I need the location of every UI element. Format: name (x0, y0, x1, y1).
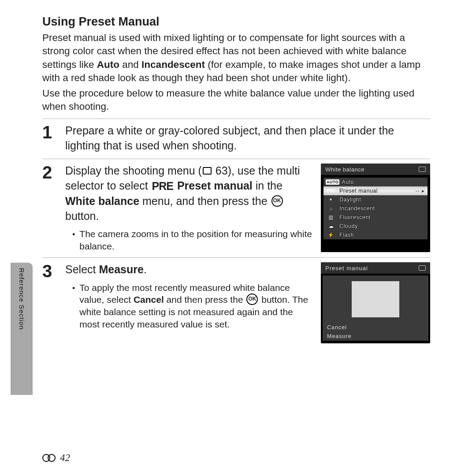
divider-1 (42, 119, 430, 119)
ok-icon: OK (271, 195, 283, 207)
screenshot-white-balance-menu: White balance AUTO Auto PRE Preset manua… (321, 164, 430, 252)
step-3-bullet: To apply the most recently measured whit… (72, 282, 313, 330)
shot2-title: Preset manual (325, 265, 368, 271)
step-3-bullet-b: and then press the (164, 294, 246, 305)
reference-section-label: Reference Section (18, 268, 26, 330)
shot2-titlebar: Preset manual (321, 262, 430, 274)
camera-mode-icon (419, 265, 426, 271)
wb-row-cloudy[interactable]: ☁ Cloudy (324, 222, 428, 231)
wb-row-auto[interactable]: AUTO Auto (324, 178, 428, 186)
wb-cloudy-label: Cloudy (338, 223, 428, 229)
step-3-number: 3 (42, 262, 57, 343)
page-footer: 42 (42, 452, 70, 464)
divider-3 (42, 257, 430, 258)
step-2-white-balance: White balance (65, 195, 139, 207)
step-2-number: 2 (42, 164, 57, 252)
shot2-measure-box (352, 281, 399, 317)
step-3-bullet-text: To apply the most recently measured whit… (79, 282, 313, 330)
sun-icon: ☀ (324, 197, 338, 203)
shot2-measure-option[interactable]: Measure (323, 332, 428, 341)
step-2-preset-manual: Preset manual (177, 179, 253, 192)
step-2-bullet: The camera zooms in to the position for … (72, 228, 313, 252)
reference-section-tab: Reference Section (11, 263, 33, 395)
intro-incandescent: Incandescent (141, 59, 205, 70)
wb-row-incandescent[interactable]: ☼ Incandescent (324, 204, 428, 213)
page-body: Using Preset Manual Preset manual is use… (42, 15, 430, 343)
wb-incan-label: Incandescent (338, 205, 428, 212)
intro-and: and (122, 59, 141, 70)
step-2-text-c: in the (253, 179, 283, 192)
page-title: Using Preset Manual (42, 15, 430, 29)
ok-icon: OK (246, 294, 258, 305)
step-2: 2 Display the shooting menu ( 63), use t… (42, 164, 430, 252)
book-icon (203, 167, 212, 175)
bullet-dot-icon (72, 228, 75, 252)
auto-icon: AUTO (326, 179, 339, 185)
step-2-text-d: menu, and then press the (139, 195, 270, 207)
bulb-icon: ☼ (324, 205, 338, 212)
wb-row-preset-manual[interactable]: PRE Preset manual (324, 186, 428, 195)
shot1-list: AUTO Auto PRE Preset manual ☀ Daylight ☼… (324, 178, 428, 239)
intro-paragraph-1: Preset manual is used with mixed lightin… (42, 31, 430, 85)
shot1-titlebar: White balance (321, 164, 430, 175)
wb-preset-label: Preset manual (338, 188, 428, 194)
wb-flash-label: Flash (338, 232, 428, 238)
step-3-headline: Select Measure. (65, 262, 313, 277)
step-3-head-c: . (144, 263, 147, 275)
camera-mode-icon (419, 167, 426, 172)
divider-2 (42, 159, 430, 159)
step-1: 1 Prepare a white or gray-colored subjec… (42, 123, 430, 153)
step-2-text: Display the shooting menu ( 63), use the… (65, 164, 313, 224)
shot2-cancel-option[interactable]: Cancel (323, 323, 428, 332)
wb-row-flash[interactable]: ⚡ Flash (324, 231, 428, 239)
wb-fluor-label: Fluorescent (338, 214, 428, 220)
step-3-measure: Measure (99, 263, 143, 275)
fluorescent-icon: ▥ (324, 214, 338, 220)
intro-auto: Auto (97, 59, 119, 70)
page-number: 42 (60, 452, 70, 464)
wb-auto-label: Auto (341, 179, 428, 185)
pre-icon-menu: PRE (324, 188, 338, 193)
wb-row-fluorescent[interactable]: ▥ Fluorescent (324, 213, 428, 222)
pre-icon: PRE (152, 179, 173, 194)
cloud-icon: ☁ (324, 223, 338, 229)
bullet-dot-icon (72, 282, 75, 330)
shot1-title: White balance (325, 166, 364, 173)
flash-icon: ⚡ (324, 232, 338, 238)
step-1-text: Prepare a white or gray-colored subject,… (65, 123, 430, 153)
step-3-head-a: Select (65, 263, 99, 275)
wb-row-daylight[interactable]: ☀ Daylight (324, 195, 428, 204)
step-2-bullet-text: The camera zooms in to the position for … (79, 228, 313, 252)
shot2-preview-area (323, 275, 428, 323)
screenshot-preset-manual: Preset manual Cancel Measure (321, 262, 430, 343)
step-2-text-e: button. (65, 210, 99, 222)
step-1-number: 1 (42, 123, 57, 153)
step-2-text-a: Display the shooting menu ( (65, 164, 202, 177)
reference-link-icon (42, 454, 57, 462)
intro-paragraph-2: Use the procedure below to measure the w… (42, 87, 430, 114)
step-3-cancel: Cancel (134, 294, 164, 305)
wb-daylight-label: Daylight (338, 197, 428, 203)
step-3: 3 Select Measure. To apply the most rece… (42, 262, 430, 343)
